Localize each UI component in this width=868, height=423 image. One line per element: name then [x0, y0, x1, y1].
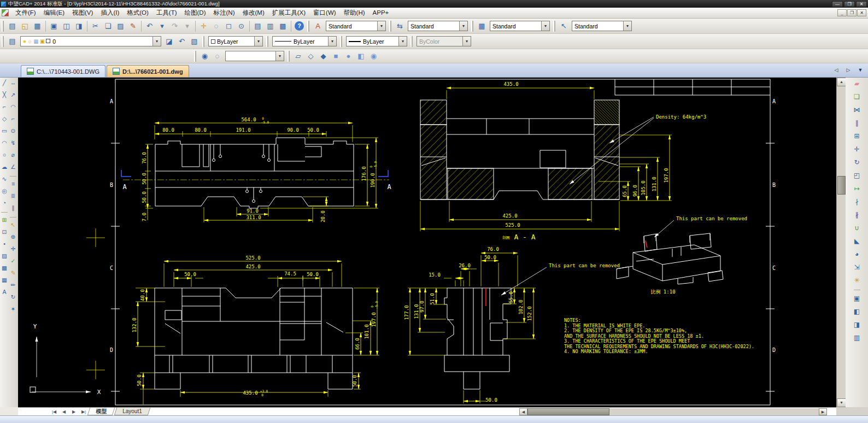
dim-edit-icon[interactable]: ✎ [9, 269, 17, 277]
menu-item-8[interactable]: 标注(N) [210, 8, 239, 17]
dim-linear-icon[interactable]: ↔ [9, 79, 17, 87]
layer-states-icon[interactable]: ▧ [189, 36, 200, 47]
join-icon[interactable]: ∪ [852, 223, 863, 233]
polyline-icon[interactable]: ⌐ [1, 103, 9, 111]
layer-select[interactable]: ●☼▦▣ 0 [20, 36, 161, 46]
layer-freeze-viewport-icon[interactable]: ▦ [33, 38, 38, 44]
dim-baseline-icon[interactable]: ≣ [9, 192, 17, 200]
undo-icon[interactable]: ↶ [144, 20, 155, 32]
dim-style-select[interactable]: Standard [408, 21, 468, 31]
circle-icon[interactable]: ○ [1, 151, 9, 159]
menu-item-10[interactable]: 扩展工具(X) [268, 8, 309, 17]
dim-inspect-icon[interactable]: ✓ [9, 257, 17, 265]
menu-item-13[interactable]: APP+ [369, 8, 393, 17]
drawing-canvas[interactable]: ABCDABCD564.00-5.080.080.0191.090.050.07… [18, 78, 836, 407]
mleader-style-select[interactable]: Standard [572, 21, 632, 31]
render-icon[interactable]: ◉ [199, 50, 210, 62]
save-icon[interactable]: ▦ [32, 20, 43, 32]
cut-icon[interactable]: ✂ [90, 20, 101, 32]
toolbar-grip[interactable] [553, 21, 555, 32]
vertical-scrollbar[interactable]: ▲ ▼ [836, 78, 846, 407]
menu-item-5[interactable]: 格式(O) [123, 8, 153, 17]
dim-angular-icon[interactable]: ∠ [9, 163, 17, 171]
vertical-scroll-thumb[interactable] [837, 176, 846, 195]
mirror-icon[interactable]: ⋈ [852, 105, 863, 115]
tab-scroll-right-icon[interactable]: ▷ [844, 64, 852, 76]
visual-hidden-icon[interactable]: ◆ [318, 50, 329, 62]
linetype-select[interactable]: ByLayer [272, 36, 337, 46]
toolbar-grip[interactable] [340, 36, 342, 47]
tolerance-icon[interactable]: ⊕ [9, 233, 17, 241]
layer-previous-icon[interactable]: ↶ [176, 36, 187, 47]
match-properties-icon[interactable]: ✎ [127, 20, 139, 32]
gradient-icon[interactable]: ▩ [1, 264, 9, 272]
horizontal-scrollbar[interactable]: ◀ ▶ [519, 408, 827, 415]
make-object-layer-current-icon[interactable]: ◪ [163, 36, 175, 47]
rotate-icon[interactable]: ↻ [852, 157, 863, 168]
copy-icon[interactable]: ❏ [852, 92, 863, 102]
erase-icon[interactable]: ▰ [852, 79, 863, 89]
publish-icon[interactable]: ◨ [73, 20, 85, 32]
move-icon[interactable]: ✛ [852, 144, 863, 155]
line-icon[interactable]: ╱ [1, 79, 9, 87]
scroll-left-icon[interactable]: ◀ [519, 408, 527, 415]
pan-icon[interactable]: ✛ [198, 20, 209, 32]
scale-icon[interactable]: ◰ [852, 171, 863, 181]
break-icon[interactable]: ∦ [852, 210, 863, 220]
layer-color-swatch[interactable] [46, 39, 50, 43]
layer-on-bulb-icon[interactable]: ● [23, 38, 26, 44]
sheet-tab-模型[interactable]: 模型 [87, 408, 115, 415]
named-views-icon[interactable]: ◌ [212, 50, 223, 62]
ellipse-arc-icon[interactable]: ◔ [1, 199, 9, 207]
mtext-icon[interactable]: A [1, 288, 9, 296]
dim-arc-length-icon[interactable]: ◠ [9, 103, 17, 111]
menu-item-4[interactable]: 插入(I) [97, 8, 123, 17]
toolbar-grip[interactable] [2, 21, 4, 32]
ellipse-icon[interactable]: ◎ [1, 187, 9, 195]
quick-dimension-icon[interactable]: ≡ [9, 180, 17, 188]
mleader-style-icon[interactable]: ↖ [558, 20, 570, 32]
spline-icon[interactable]: ∿ [1, 175, 9, 183]
scroll-right-icon[interactable]: ▶ [819, 408, 827, 415]
close-button[interactable]: ✕ [856, 1, 867, 7]
dim-update-icon[interactable]: ↻ [9, 293, 17, 301]
paste-icon[interactable]: ▨ [115, 20, 126, 32]
new-icon[interactable]: ▤ [7, 20, 18, 32]
document-tab-2[interactable]: D:\...\766021-001.dwg [107, 65, 189, 77]
visual-gouraud-edges-icon[interactable]: ◉ [368, 50, 379, 62]
break-at-point-icon[interactable]: ∤ [852, 197, 863, 207]
design-center-icon[interactable]: ▥ [265, 20, 276, 32]
toolbar-grip[interactable] [410, 36, 413, 47]
dim-aligned-icon[interactable]: ↗ [9, 91, 17, 99]
offset-icon[interactable]: ∥ [852, 118, 863, 128]
quick-leader-icon[interactable]: ↖ [9, 221, 17, 229]
zoom-previous-icon[interactable]: ⊙ [236, 20, 247, 32]
redo-icon[interactable]: ↷ [169, 20, 180, 32]
draworder-back-icon[interactable]: ◧ [852, 307, 863, 317]
dim-continue-icon[interactable]: ∥ [9, 204, 17, 212]
chamfer-icon[interactable]: ◣ [852, 236, 863, 246]
point-icon[interactable]: • [1, 240, 9, 248]
menu-item-12[interactable]: 帮助(H) [340, 8, 369, 17]
explode-icon[interactable]: ✳ [852, 275, 863, 286]
toolbar-grip[interactable] [307, 21, 309, 32]
toolbar-grip[interactable] [288, 51, 290, 62]
revision-cloud-icon[interactable]: ☁ [1, 163, 9, 171]
copy-icon[interactable]: ❏ [102, 20, 114, 32]
construction-line-icon[interactable]: ╳ [1, 91, 9, 99]
layer-thaw-sun-icon[interactable]: ☼ [27, 38, 32, 44]
tab-scroll-left-icon[interactable]: ◁ [832, 64, 840, 76]
stretch-icon[interactable]: ↦ [852, 184, 863, 194]
tab-list-icon[interactable]: ▼ [857, 64, 864, 76]
text-style-icon[interactable]: A [312, 20, 324, 32]
visual-flat-edges-icon[interactable]: ◧ [355, 50, 367, 62]
scroll-up-icon[interactable]: ▲ [837, 78, 846, 86]
scroll-down-icon[interactable]: ▼ [837, 398, 846, 407]
menu-item-7[interactable]: 绘图(D) [181, 8, 210, 17]
menu-item-2[interactable]: 编辑(E) [40, 8, 68, 17]
doc-minimize-button[interactable]: _ [837, 9, 847, 16]
hatch-icon[interactable]: ▨ [1, 252, 9, 260]
document-tab-1[interactable]: C:\...\710443-001.DWG [21, 65, 105, 77]
region-icon[interactable]: ▦ [1, 276, 9, 284]
visual-2d-wireframe-icon[interactable]: ▱ [292, 50, 304, 62]
